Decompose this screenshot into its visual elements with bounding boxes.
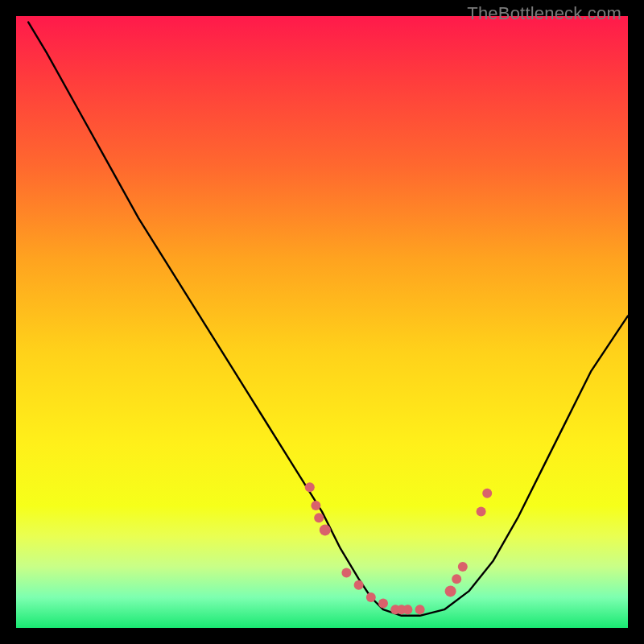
highlight-dot — [341, 568, 351, 578]
highlight-dot — [305, 482, 315, 492]
highlight-dot — [378, 599, 388, 609]
highlight-dot — [354, 580, 364, 590]
highlight-dot — [415, 605, 425, 614]
highlight-dot — [482, 489, 492, 498]
highlight-dot — [314, 513, 324, 522]
highlight-dot — [320, 524, 331, 535]
highlight-dot — [458, 562, 468, 572]
highlight-dot — [366, 592, 376, 602]
highlight-dot — [452, 574, 461, 584]
highlight-dot — [445, 585, 456, 597]
highlight-dot — [402, 605, 412, 614]
highlight-dot — [311, 501, 320, 510]
chart-svg — [16, 16, 628, 628]
watermark-text: TheBottleneck.com — [467, 3, 621, 24]
chart-area — [16, 16, 628, 628]
highlight-dot — [477, 507, 486, 517]
